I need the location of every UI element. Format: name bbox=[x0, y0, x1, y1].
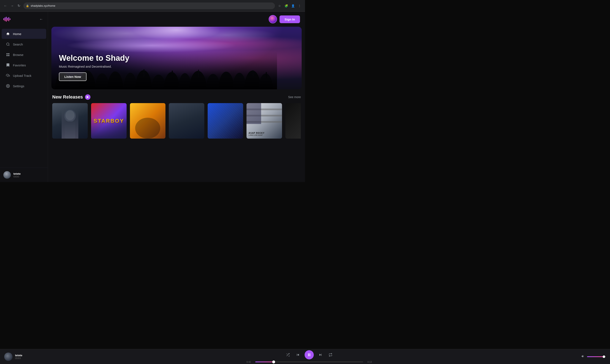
svg-point-35 bbox=[64, 109, 76, 122]
album-card[interactable]: ASAP ROCKY LONG LIVE ASAP bbox=[246, 103, 282, 139]
section-title-wrapper: New Releases bbox=[52, 94, 90, 100]
sidebar-user-handle: t3t3t3 bbox=[13, 175, 44, 178]
album-art: STARBOY bbox=[91, 103, 127, 139]
sidebar: ← Home Search Browse bbox=[0, 12, 48, 182]
sidebar-label-favorites: Favorites bbox=[13, 64, 26, 67]
see-more-button[interactable]: See more bbox=[288, 95, 301, 99]
app-container: ← Home Search Browse bbox=[0, 12, 305, 182]
svg-rect-44 bbox=[246, 103, 261, 124]
hero-subtitle: Music Reimagined and Decentralised. bbox=[59, 65, 129, 68]
album-art bbox=[169, 103, 204, 139]
section-play-badge[interactable] bbox=[85, 94, 90, 100]
menu-icon[interactable]: ⋮ bbox=[297, 3, 302, 9]
extensions-icon[interactable]: 🧩 bbox=[283, 3, 289, 9]
top-user-avatar[interactable] bbox=[269, 15, 277, 23]
sidebar-item-favorites[interactable]: Favorites bbox=[2, 60, 46, 70]
favorites-icon bbox=[6, 63, 10, 67]
top-bar: Sign In bbox=[48, 12, 305, 27]
svg-rect-4 bbox=[6, 55, 8, 56]
hero-banner: Welcome to Shady Music Reimagined and De… bbox=[51, 27, 302, 89]
album-art bbox=[52, 103, 88, 139]
reload-button[interactable]: ↻ bbox=[16, 3, 22, 9]
sidebar-user-info: tetete t3t3t3 bbox=[13, 172, 44, 178]
album-art bbox=[285, 103, 301, 139]
svg-line-1 bbox=[9, 45, 9, 46]
browse-icon bbox=[6, 52, 10, 57]
listen-now-button[interactable]: Listen Now bbox=[59, 72, 86, 81]
album-card[interactable] bbox=[52, 103, 88, 139]
sidebar-nav: Home Search Browse Favorites bbox=[0, 27, 48, 168]
hero-content: Welcome to Shady Music Reimagined and De… bbox=[59, 53, 129, 81]
avatar-image bbox=[269, 15, 277, 23]
sidebar-item-search[interactable]: Search bbox=[2, 39, 46, 49]
browser-action-buttons: ☆ 🧩 👤 ⋮ bbox=[277, 3, 302, 9]
sidebar-user-name: tetete bbox=[13, 172, 44, 175]
album-art bbox=[130, 103, 165, 139]
album-card[interactable] bbox=[208, 103, 243, 139]
svg-point-39 bbox=[135, 118, 160, 139]
hero-title: Welcome to Shady bbox=[59, 53, 129, 63]
sidebar-item-upload[interactable]: Upload Track bbox=[2, 71, 46, 80]
new-releases-section: New Releases See more bbox=[48, 89, 305, 141]
back-nav-button[interactable]: ← bbox=[38, 16, 44, 23]
logo-waveform-icon bbox=[3, 16, 11, 22]
ssl-lock-icon: 🔒 bbox=[26, 4, 29, 7]
album-card[interactable]: STARBOY bbox=[91, 103, 127, 139]
search-icon bbox=[6, 42, 10, 46]
section-title: New Releases bbox=[52, 94, 83, 100]
sidebar-header: ← bbox=[0, 12, 48, 27]
svg-point-37 bbox=[65, 110, 75, 120]
url-text: shadylabs.xyz/home bbox=[31, 4, 55, 7]
album-card[interactable] bbox=[285, 103, 301, 139]
profile-icon[interactable]: 👤 bbox=[290, 3, 296, 9]
svg-rect-2 bbox=[6, 53, 8, 54]
svg-marker-34 bbox=[87, 96, 89, 98]
svg-rect-36 bbox=[65, 121, 75, 139]
logo bbox=[3, 16, 11, 22]
album-art bbox=[208, 103, 243, 139]
settings-icon bbox=[6, 84, 10, 88]
browser-chrome: ← → ↻ 🔒 shadylabs.xyz/home ☆ 🧩 👤 ⋮ bbox=[0, 0, 305, 12]
svg-point-7 bbox=[8, 86, 9, 87]
home-icon bbox=[6, 32, 10, 36]
sidebar-user-avatar[interactable] bbox=[3, 171, 11, 179]
sidebar-label-search: Search bbox=[13, 43, 23, 46]
svg-rect-5 bbox=[8, 55, 9, 56]
address-bar[interactable]: 🔒 shadylabs.xyz/home bbox=[23, 2, 275, 9]
bookmark-icon[interactable]: ☆ bbox=[277, 3, 283, 9]
upload-icon bbox=[6, 74, 10, 78]
forward-button[interactable]: → bbox=[9, 3, 15, 9]
sidebar-label-upload: Upload Track bbox=[13, 74, 31, 78]
section-header: New Releases See more bbox=[52, 94, 301, 100]
album-card[interactable] bbox=[169, 103, 204, 139]
sidebar-label-browse: Browse bbox=[13, 53, 23, 57]
sidebar-footer: tetete t3t3t3 bbox=[0, 168, 48, 182]
sidebar-item-home[interactable]: Home bbox=[2, 29, 46, 39]
sidebar-item-browse[interactable]: Browse bbox=[2, 50, 46, 60]
album-art: ASAP ROCKY LONG LIVE ASAP bbox=[246, 103, 282, 139]
main-content: Sign In bbox=[48, 12, 305, 182]
sidebar-label-home: Home bbox=[13, 32, 21, 36]
sign-in-button[interactable]: Sign In bbox=[280, 15, 300, 23]
album-grid: STARBOY bbox=[52, 103, 301, 139]
back-button[interactable]: ← bbox=[2, 3, 8, 9]
browser-nav-buttons: ← → ↻ bbox=[2, 3, 22, 9]
album-card[interactable] bbox=[130, 103, 165, 139]
svg-rect-3 bbox=[8, 53, 9, 54]
sidebar-label-settings: Settings bbox=[13, 84, 24, 88]
svg-point-0 bbox=[6, 43, 9, 45]
sidebar-item-settings[interactable]: Settings bbox=[2, 81, 46, 91]
